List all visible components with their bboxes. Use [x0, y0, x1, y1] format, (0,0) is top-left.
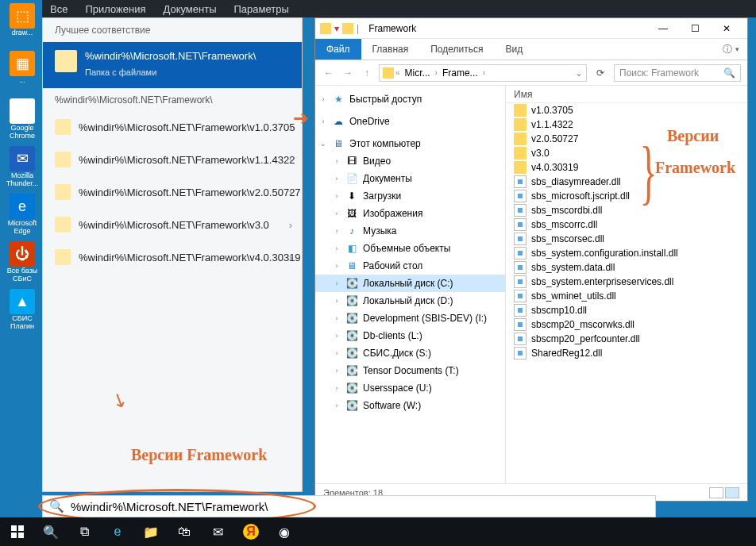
window-titlebar[interactable]: ▾ | Framework — ☐ ✕	[315, 18, 747, 39]
details-view-button[interactable]	[709, 487, 723, 498]
maximize-button[interactable]: ☐	[679, 19, 711, 38]
nav-onedrive[interactable]: ›☁OneDrive	[315, 113, 505, 130]
dll-icon	[514, 190, 526, 202]
nav-downloads[interactable]: ›⬇Загрузки	[315, 187, 505, 205]
icons-view-button[interactable]	[725, 487, 739, 498]
ribbon-expand-button[interactable]: ⓘ ▾	[715, 39, 747, 60]
close-button[interactable]: ✕	[711, 19, 742, 38]
nav-drive-c[interactable]: ›💽Локальный диск (C:)	[315, 275, 505, 292]
folder-row[interactable]: v3.0	[506, 146, 747, 160]
taskbar-app-mail[interactable]: ✉	[205, 521, 230, 543]
tab-docs[interactable]: Документы	[163, 3, 216, 15]
desktop-icon: 🖥	[345, 260, 358, 272]
file-row[interactable]: sbs_mscordbi.dll	[506, 203, 747, 217]
file-row[interactable]: sbs_microsoft.jscript.dll	[506, 189, 747, 203]
tab-share[interactable]: Поделиться	[419, 39, 494, 60]
file-row[interactable]: sbs_diasymreader.dll	[506, 175, 747, 189]
file-row[interactable]: sbscmp20_perfcounter.dll	[506, 332, 747, 346]
nav-drive-w[interactable]: ›💽Software (W:)	[315, 397, 505, 414]
file-row[interactable]: sbs_mscorrc.dll	[506, 217, 747, 232]
network-drive-icon: 💽	[345, 312, 358, 325]
breadcrumb[interactable]: Frame...	[439, 67, 481, 79]
start-button[interactable]	[5, 521, 30, 543]
nav-3d[interactable]: ›◧Объемные объекты	[315, 240, 505, 257]
chevron-right-icon: ›	[289, 121, 292, 133]
tab-params[interactable]: Параметры	[233, 3, 288, 15]
nav-this-pc[interactable]: ⌄🖥Этот компьютер	[315, 135, 505, 152]
file-row[interactable]: sbs_system.enterpriseservices.dll	[506, 275, 747, 289]
navigation-pane[interactable]: ›★Быстрый доступ ›☁OneDrive ⌄🖥Этот компь…	[315, 86, 506, 483]
music-icon: ♪	[345, 225, 358, 237]
nav-drive-i[interactable]: ›💽Development (SBIS-DEV) (I:)	[315, 310, 505, 327]
desktop-icon[interactable]: ▦...	[2, 48, 42, 95]
refresh-button[interactable]: ⟳	[592, 67, 609, 79]
tab-apps[interactable]: Приложения	[85, 3, 145, 15]
folder-row[interactable]: v4.0.30319	[506, 160, 747, 175]
nav-documents[interactable]: ›📄Документы	[315, 170, 505, 187]
dropdown-icon[interactable]: ▾	[334, 23, 339, 34]
taskbar-app-explorer[interactable]: 📁	[138, 521, 164, 543]
nav-quick-access[interactable]: ›★Быстрый доступ	[315, 90, 505, 108]
forward-button[interactable]: →	[341, 67, 355, 79]
svg-rect-3	[18, 533, 24, 538]
nav-drive-u[interactable]: ›💽Usersspace (U:)	[315, 379, 505, 397]
tab-view[interactable]: Вид	[494, 39, 534, 60]
best-match-item[interactable]: %windir%\Microsoft.NET\Framework\ Папка …	[43, 42, 302, 88]
dll-icon	[514, 304, 526, 317]
tab-file[interactable]: Файл	[315, 39, 361, 60]
nav-music[interactable]: ›♪Музыка	[315, 222, 505, 240]
desktop-icon-chrome[interactable]: ◉Google Chrome	[2, 95, 42, 143]
file-row[interactable]: sbs_system.configuration.install.dll	[506, 246, 747, 260]
file-row[interactable]: sbs_mscorsec.dll	[506, 232, 747, 246]
result-item[interactable]: %windir%\Microsoft.NET\Framework\v1.1.43…	[43, 144, 302, 176]
result-item[interactable]: %windir%\Microsoft.NET\Framework\v4.0.30…	[43, 241, 302, 274]
network-drive-icon: 💽	[345, 399, 358, 412]
chevron-right-icon: ›	[289, 219, 292, 231]
file-row[interactable]: sbs_wminet_utils.dll	[506, 289, 747, 303]
desktop-icon-thunderbird[interactable]: ✉Mozilla Thunder...	[2, 143, 42, 190]
folder-icon	[514, 161, 526, 174]
file-list[interactable]: v1.0.3705 v1.1.4322 v2.0.50727 v3.0 v4.0…	[506, 103, 747, 483]
breadcrumb[interactable]: Micr...	[402, 67, 434, 79]
desktop-icon-sbis-plugin[interactable]: ▲СБИС Плагин	[2, 286, 42, 333]
nav-desktop[interactable]: ›🖥Рабочий стол	[315, 257, 505, 275]
nav-drive-s[interactable]: ›💽СБИС.Диск (S:)	[315, 344, 505, 362]
nav-drive-l[interactable]: ›💽Db-clients (L:)	[315, 327, 505, 344]
result-item[interactable]: %windir%\Microsoft.NET\Framework\v3.0›	[43, 209, 302, 241]
taskbar-app-store[interactable]: 🛍	[172, 521, 197, 543]
desktop-icon-drawio[interactable]: ⬚draw...	[2, 0, 42, 48]
file-row[interactable]: sbs_system.data.dll	[506, 260, 747, 275]
result-item[interactable]: %windir%\Microsoft.NET\Framework\v2.0.50…	[43, 176, 302, 209]
file-row[interactable]: sbscmp20_mscorwks.dll	[506, 317, 747, 332]
taskbar-app-yandex[interactable]: Я	[238, 521, 264, 543]
taskbar-app-chrome[interactable]: ◉	[272, 521, 297, 543]
nav-pictures[interactable]: ›🖼Изображения	[315, 205, 505, 222]
file-row[interactable]: SharedReg12.dll	[506, 346, 747, 360]
taskbar-app-edge[interactable]: e	[105, 521, 130, 543]
tab-main[interactable]: Главная	[361, 39, 420, 60]
chevron-down-icon[interactable]: ⌄	[575, 67, 583, 79]
folder-row[interactable]: v1.1.4322	[506, 117, 747, 132]
desktop-icon-edge[interactable]: eMicrosoft Edge	[2, 190, 42, 238]
desktop-icon-sbis-db[interactable]: ⏻Все базы СБиС	[2, 238, 42, 286]
address-bar[interactable]: « Micr... › Frame... › ⌄	[379, 64, 587, 82]
file-list-pane: Имя v1.0.3705 v1.1.4322 v2.0.50727 v3.0 …	[506, 86, 747, 483]
back-button[interactable]: ←	[322, 67, 336, 79]
search-button[interactable]: 🔍	[38, 521, 64, 543]
nav-drive-d[interactable]: ›💽Локальный диск (D:)	[315, 292, 505, 310]
result-group-header: %windir%\Microsoft.NET\Framework\	[43, 88, 302, 111]
column-header-name[interactable]: Имя	[506, 86, 747, 103]
explorer-search-input[interactable]: Поиск: Framework 🔍	[614, 64, 741, 82]
task-view-button[interactable]: ⧉	[71, 521, 97, 543]
folder-row[interactable]: v1.0.3705	[506, 103, 747, 117]
result-item[interactable]: %windir%\Microsoft.NET\Framework\v1.0.37…	[43, 111, 302, 144]
nav-drive-t[interactable]: ›💽Tensor Documents (T:)	[315, 362, 505, 379]
file-row[interactable]: sbscmp10.dll	[506, 303, 747, 317]
taskbar-search-input[interactable]: 🔍 %windir%\Microsoft.NET\Framework\	[42, 495, 656, 517]
minimize-button[interactable]: —	[647, 19, 679, 38]
nav-video[interactable]: ›🎞Видео	[315, 152, 505, 170]
tab-all[interactable]: Все	[50, 3, 68, 15]
folder-row[interactable]: v2.0.50727	[506, 132, 747, 146]
folder-icon	[55, 249, 71, 265]
up-button[interactable]: ↑	[360, 67, 374, 79]
